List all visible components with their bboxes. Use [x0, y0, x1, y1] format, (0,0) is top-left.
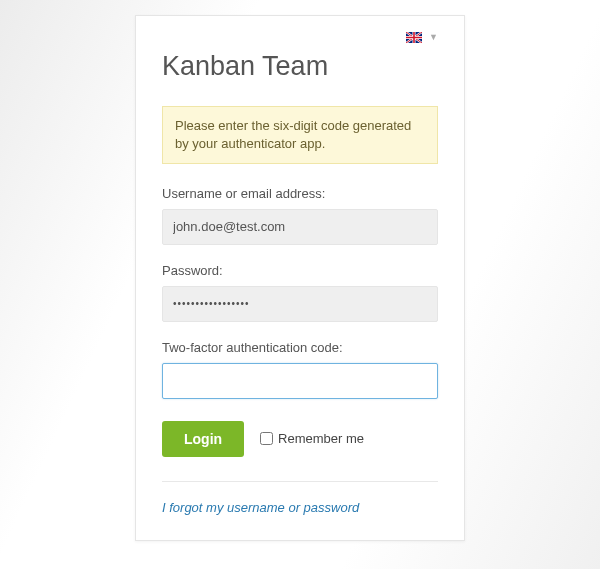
password-label: Password:: [162, 263, 438, 278]
notice-banner: Please enter the six-digit code generate…: [162, 106, 438, 164]
uk-flag-icon: [406, 32, 422, 43]
page-title: Kanban Team: [162, 51, 438, 82]
login-button[interactable]: Login: [162, 421, 244, 457]
remember-me[interactable]: Remember me: [260, 431, 364, 446]
language-switcher[interactable]: ▼: [162, 30, 438, 43]
tfa-input[interactable]: [162, 363, 438, 399]
action-row: Login Remember me: [162, 421, 438, 457]
chevron-down-icon: ▼: [429, 32, 438, 42]
username-input[interactable]: [162, 209, 438, 245]
remember-label: Remember me: [278, 431, 364, 446]
login-card: ▼ Kanban Team Please enter the six-digit…: [135, 15, 465, 541]
divider: [162, 481, 438, 482]
tfa-label: Two-factor authentication code:: [162, 340, 438, 355]
forgot-link[interactable]: I forgot my username or password: [162, 500, 359, 515]
remember-checkbox[interactable]: [260, 432, 273, 445]
password-input[interactable]: [162, 286, 438, 322]
username-label: Username or email address:: [162, 186, 438, 201]
